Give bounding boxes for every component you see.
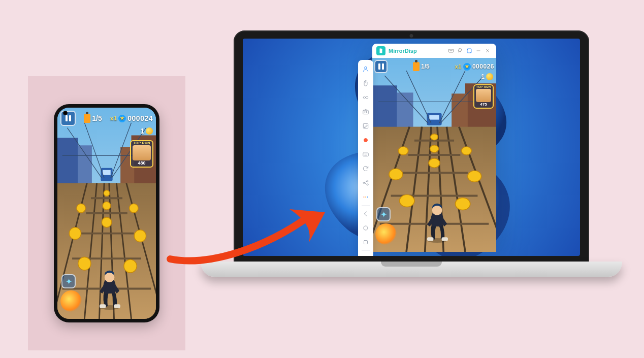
svg-point-27 — [77, 204, 85, 213]
svg-point-42 — [365, 111, 367, 113]
share-icon[interactable] — [360, 177, 372, 189]
progress-value: 1/5 — [421, 63, 430, 70]
spray-icon — [84, 114, 90, 123]
toolbar-separator — [362, 205, 370, 206]
powerup-button[interactable]: ✦ — [376, 207, 391, 221]
record-icon[interactable] — [360, 134, 372, 146]
star-icon — [463, 63, 471, 71]
phone-screen: 1/5 x1 000024 1 TOP RUN 480 — [57, 108, 156, 319]
chevron-right-icon[interactable] — [360, 253, 372, 256]
svg-point-32 — [124, 259, 137, 273]
multiplier: x1 — [110, 115, 117, 121]
coin-icon — [486, 73, 493, 80]
svg-rect-71 — [429, 115, 439, 120]
home-icon[interactable] — [360, 222, 372, 234]
spray-icon — [413, 62, 420, 71]
svg-point-38 — [365, 67, 367, 69]
mail-icon[interactable] — [446, 46, 456, 55]
svg-point-96 — [400, 194, 414, 207]
svg-point-89 — [431, 134, 438, 140]
phone-camera-dot — [63, 111, 68, 115]
laptop-device: MirrorDisp — [201, 30, 622, 335]
svg-point-58 — [364, 226, 368, 230]
svg-point-29 — [130, 204, 138, 213]
svg-point-30 — [134, 230, 146, 242]
laptop-base — [201, 262, 622, 277]
svg-point-26 — [102, 217, 111, 227]
svg-rect-61 — [467, 49, 471, 53]
svg-rect-101 — [441, 237, 447, 241]
recents-icon[interactable] — [360, 236, 372, 248]
svg-rect-2 — [78, 145, 92, 185]
titlebar[interactable]: MirrorDisp — [372, 44, 496, 58]
game-hud: 1/5 x1 000024 — [60, 111, 153, 126]
phone-device: 1/5 x1 000024 1 TOP RUN 480 — [54, 104, 159, 322]
svg-point-28 — [69, 227, 81, 240]
top-run-avatar — [476, 89, 491, 102]
svg-point-91 — [429, 158, 440, 168]
svg-rect-45 — [363, 153, 369, 156]
powerup-button[interactable]: ✦ — [61, 274, 76, 288]
score-display: x1 000024 — [110, 114, 153, 122]
fullscreen-icon[interactable] — [465, 46, 474, 55]
top-run-label: TOP RUN — [474, 85, 493, 88]
back-icon[interactable] — [360, 208, 372, 220]
game-hud: 1/5 x1 000026 — [374, 60, 494, 73]
coin-count: 1 — [140, 127, 144, 135]
game-scene-laptop: 1/5 x1 000026 1 — [372, 58, 496, 252]
pin-icon[interactable] — [456, 46, 465, 55]
svg-rect-1 — [57, 138, 78, 185]
mirror-app-window: MirrorDisp — [372, 44, 496, 252]
laptop-notch — [381, 262, 442, 267]
pause-button[interactable] — [374, 60, 388, 73]
edit-icon[interactable] — [360, 120, 372, 132]
progress-indicator: 1/5 — [84, 114, 102, 123]
svg-rect-69 — [452, 93, 468, 129]
top-run-label: TOP RUN — [131, 141, 152, 145]
progress-value: 1/5 — [92, 114, 102, 122]
svg-point-97 — [455, 198, 470, 210]
svg-point-92 — [398, 147, 408, 155]
svg-point-44 — [364, 139, 368, 142]
top-run-card[interactable]: TOP RUN 480 — [130, 140, 153, 168]
mirrored-screen[interactable]: 1/5 x1 000026 1 — [372, 58, 496, 252]
app-title: MirrorDisp — [389, 48, 417, 54]
user-icon[interactable] — [360, 63, 372, 75]
progress-indicator: 1/5 — [413, 62, 430, 71]
svg-point-31 — [78, 257, 91, 270]
minimize-icon[interactable] — [474, 46, 483, 55]
effect-swirl — [375, 223, 397, 245]
multiplier: x1 — [455, 63, 462, 70]
svg-line-53 — [365, 181, 367, 182]
score-value: 000024 — [127, 114, 153, 122]
star-icon — [118, 115, 126, 122]
svg-rect-60 — [449, 49, 454, 52]
svg-point-95 — [468, 171, 481, 182]
close-icon[interactable] — [483, 46, 492, 55]
top-run-score: 475 — [474, 102, 493, 107]
desktop-wallpaper: MirrorDisp — [243, 39, 580, 256]
svg-line-54 — [365, 183, 367, 184]
keyboard-icon[interactable] — [360, 148, 372, 160]
top-run-score: 480 — [131, 160, 152, 166]
svg-point-25 — [103, 202, 111, 210]
top-run-avatar — [133, 145, 151, 160]
svg-rect-100 — [427, 237, 433, 241]
infinity-icon[interactable] — [360, 91, 372, 104]
rotate-icon[interactable] — [360, 162, 372, 175]
svg-point-24 — [104, 190, 110, 196]
laptop-camera-dot — [410, 34, 413, 38]
coin-counter: 1 — [481, 73, 493, 80]
phone-backdrop: 1/5 x1 000024 1 TOP RUN 480 — [28, 76, 185, 350]
mouse-icon[interactable] — [360, 77, 372, 89]
toolbar-separator — [362, 250, 370, 251]
runner-character — [95, 269, 124, 310]
top-run-card[interactable]: TOP RUN 475 — [473, 84, 494, 109]
coin-count: 1 — [481, 73, 485, 80]
svg-point-94 — [462, 147, 472, 155]
laptop-lid: MirrorDisp — [234, 30, 589, 264]
camera-icon[interactable] — [360, 106, 372, 118]
svg-point-56 — [365, 197, 366, 198]
more-icon[interactable] — [360, 191, 372, 203]
app-logo-icon — [376, 46, 385, 55]
